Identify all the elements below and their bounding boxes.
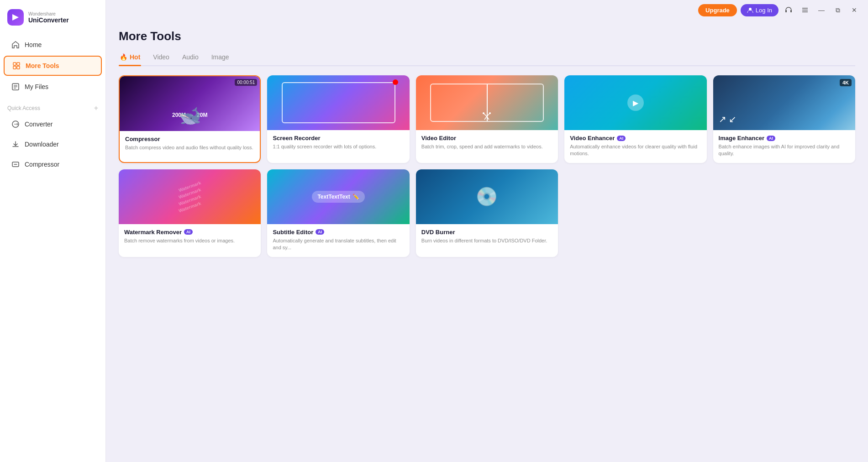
image-enhancer-card-body: Image Enhancer AI Batch enhance images w…: [713, 130, 855, 163]
video-editor-desc: Batch trim, crop, speed and add watermar…: [421, 143, 552, 150]
quick-access-add-button[interactable]: +: [94, 104, 98, 112]
compressor-icon: [11, 160, 20, 169]
quick-access-label: Quick Access: [7, 105, 40, 111]
grid-icon: [12, 61, 21, 70]
tool-card-screen-recorder[interactable]: Screen Recorder 1:1 quality screen recor…: [267, 75, 409, 163]
svg-rect-12: [790, 10, 792, 12]
screen-frame: [282, 82, 395, 123]
tool-card-video-enhancer[interactable]: ▶ Video Enhancer AI Automatically enhanc…: [564, 75, 706, 163]
tab-video[interactable]: Video: [152, 51, 170, 65]
quick-access-section: Quick Access +: [0, 100, 105, 114]
sidebar-more-tools-label: More Tools: [26, 62, 59, 69]
video-enhancer-desc: Automatically enhance videos for clearer…: [570, 143, 701, 158]
sidebar-converter-label: Converter: [25, 121, 53, 128]
time-badge: 00:00:51: [235, 79, 257, 86]
subtitle-chip: TextTextText ✏️: [312, 191, 364, 203]
watermark-card-body: Watermark Remover AI Batch remove waterm…: [119, 224, 261, 250]
tool-card-compressor[interactable]: 00:00:51 200M → 20M 🐋 Compressor Batch c…: [119, 75, 261, 163]
subtitle-text: TextTextText: [317, 194, 350, 200]
sidebar-item-my-files[interactable]: My Files: [4, 78, 102, 96]
tab-image[interactable]: Image: [210, 51, 230, 65]
close-button[interactable]: ✕: [848, 4, 861, 16]
video-enhancer-thumbnail: ▶: [564, 75, 706, 130]
video-editor-thumbnail: [416, 75, 558, 130]
logo-text: Wondershare UniConverter: [28, 11, 69, 24]
subtitle-title: Subtitle Editor AI: [273, 229, 404, 236]
image-enhancer-desc: Batch enhance images with AI for improve…: [719, 143, 850, 158]
converter-icon: [11, 120, 20, 129]
ai-badge-watermark: AI: [184, 229, 193, 235]
svg-rect-2: [13, 66, 16, 69]
tool-card-dvd-burner[interactable]: 💿 DVD Burner Burn videos in different fo…: [416, 169, 558, 257]
watermark-title: Watermark Remover AI: [124, 229, 255, 236]
sidebar-item-compressor[interactable]: Compressor: [4, 155, 102, 173]
sidebar: Wondershare UniConverter Home More Tools: [0, 0, 106, 462]
file-icon: [11, 82, 20, 91]
svg-point-16: [483, 112, 484, 114]
screen-recorder-desc: 1:1 quality screen recorder with lots of…: [273, 143, 404, 150]
4k-badge: 4K: [840, 79, 852, 86]
watermark-desc: Batch remove watermarks from videos or i…: [124, 237, 255, 244]
svg-rect-0: [13, 63, 16, 65]
downloader-icon: [11, 140, 20, 149]
watermark-overlay: Watermark Watermark Watermark Watermark: [119, 169, 261, 224]
tool-card-subtitle-editor[interactable]: TextTextText ✏️ Subtitle Editor AI Autom…: [267, 169, 409, 257]
titlebar: Upgrade Log In — ⧉ ✕: [106, 0, 868, 20]
tool-grid-row1: 00:00:51 200M → 20M 🐋 Compressor Batch c…: [119, 75, 855, 163]
tool-grid-row2: Watermark Watermark Watermark Watermark …: [119, 169, 855, 257]
page-title: More Tools: [119, 29, 855, 43]
subtitle-thumbnail: TextTextText ✏️: [267, 169, 409, 224]
subtitle-card-body: Subtitle Editor AI Automatically generat…: [267, 224, 409, 257]
screen-recorder-thumbnail: [267, 75, 409, 130]
logo-area: Wondershare UniConverter: [0, 5, 105, 35]
content-area: More Tools 🔥 Hot Video Audio Image 00:00…: [106, 20, 868, 462]
compressor-thumbnail: 00:00:51 200M → 20M 🐋: [120, 76, 260, 131]
main-content: Upgrade Log In — ⧉ ✕ More Tools 🔥 Hot: [106, 0, 868, 462]
watermark-thumbnail: Watermark Watermark Watermark Watermark: [119, 169, 261, 224]
svg-rect-1: [17, 63, 20, 65]
scissors-icon: [481, 111, 492, 122]
maximize-button[interactable]: ⧉: [831, 4, 844, 16]
ai-badge-image-enhancer: AI: [767, 136, 775, 141]
svg-rect-11: [785, 10, 787, 12]
home-icon: [11, 40, 20, 49]
sidebar-my-files-label: My Files: [25, 83, 48, 90]
compressor-title: Compressor: [125, 136, 254, 142]
logo-name: UniConverter: [28, 16, 69, 24]
app-logo-icon: [7, 9, 24, 26]
sidebar-item-converter[interactable]: Converter: [4, 115, 102, 133]
login-label: Log In: [756, 7, 772, 14]
upgrade-button[interactable]: Upgrade: [698, 4, 737, 16]
tool-card-watermark-remover[interactable]: Watermark Watermark Watermark Watermark …: [119, 169, 261, 257]
dvd-title: DVD Burner: [421, 229, 552, 236]
sidebar-item-downloader[interactable]: Downloader: [4, 135, 102, 153]
video-editor-title: Video Editor: [421, 135, 552, 142]
tool-card-image-enhancer[interactable]: 4K ↗ ↙ Image Enhancer AI Batch enhance i…: [713, 75, 855, 163]
headset-icon[interactable]: [782, 4, 795, 16]
minimize-button[interactable]: —: [815, 4, 828, 16]
dvd-disc-icon: 💿: [475, 186, 498, 207]
sidebar-downloader-label: Downloader: [25, 141, 59, 148]
compressor-card-body: Compressor Batch compress video and audi…: [120, 131, 260, 157]
rec-dot: [393, 79, 398, 85]
dvd-thumbnail: 💿: [416, 169, 558, 224]
ai-badge-subtitle: AI: [316, 229, 324, 235]
logo-brand: Wondershare: [28, 11, 69, 16]
image-enhancer-thumbnail: 4K ↗ ↙: [713, 75, 855, 130]
screen-recorder-card-body: Screen Recorder 1:1 quality screen recor…: [267, 130, 409, 156]
tab-audio[interactable]: Audio: [181, 51, 200, 65]
tool-card-video-editor[interactable]: Video Editor Batch trim, crop, speed and…: [416, 75, 558, 163]
sidebar-compressor-label: Compressor: [25, 161, 59, 168]
sidebar-home-label: Home: [25, 41, 42, 48]
login-button[interactable]: Log In: [741, 4, 779, 16]
compressor-desc: Batch compress video and audio files wit…: [125, 144, 254, 151]
svg-point-17: [489, 112, 491, 114]
subtitle-desc: Automatically generate and translate sub…: [273, 237, 404, 252]
dvd-desc: Burn videos in different formats to DVD/…: [421, 237, 552, 244]
scissors-frame: [430, 84, 544, 122]
screen-recorder-title: Screen Recorder: [273, 135, 404, 142]
sidebar-item-more-tools[interactable]: More Tools: [4, 56, 102, 76]
menu-icon[interactable]: [799, 4, 811, 16]
tab-hot[interactable]: 🔥 Hot: [119, 51, 141, 65]
sidebar-item-home[interactable]: Home: [4, 36, 102, 54]
